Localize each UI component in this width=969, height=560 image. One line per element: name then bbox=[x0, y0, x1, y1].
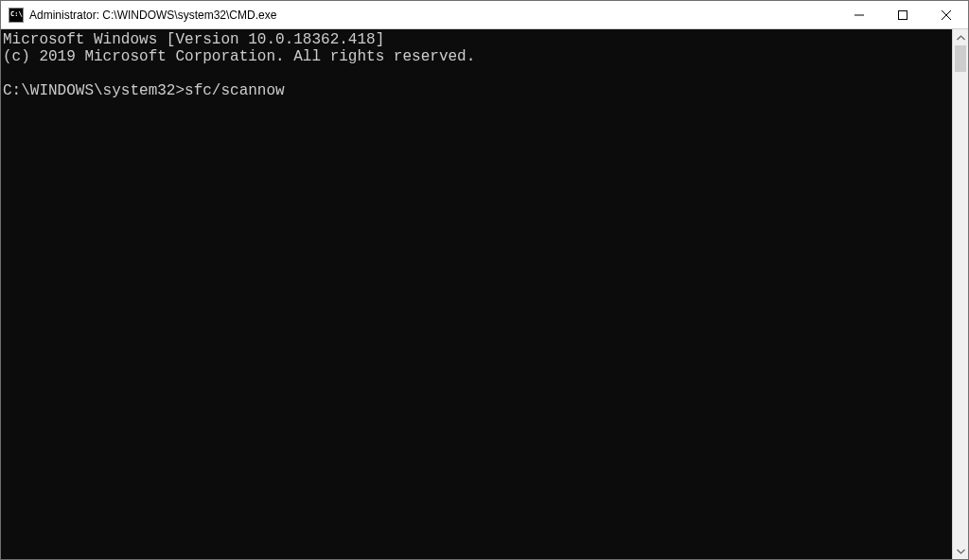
minimize-button[interactable] bbox=[837, 1, 881, 28]
terminal-line: (c) 2019 Microsoft Corporation. All righ… bbox=[3, 48, 475, 65]
cmd-window: C:\ Administrator: C:\WINDOWS\system32\C… bbox=[0, 0, 969, 560]
titlebar[interactable]: C:\ Administrator: C:\WINDOWS\system32\C… bbox=[1, 1, 968, 29]
cmd-icon: C:\ bbox=[9, 8, 24, 23]
window-controls bbox=[837, 1, 968, 28]
chevron-down-icon bbox=[957, 549, 965, 554]
minimize-icon bbox=[854, 10, 864, 20]
terminal-line: Microsoft Windows [Version 10.0.18362.41… bbox=[3, 31, 384, 48]
terminal-prompt: C:\WINDOWS\system32> bbox=[3, 82, 185, 99]
svg-text:C:\: C:\ bbox=[10, 10, 23, 18]
chevron-up-icon bbox=[957, 35, 965, 41]
vertical-scrollbar[interactable] bbox=[952, 29, 968, 559]
scroll-up-button[interactable] bbox=[953, 29, 968, 45]
scroll-track[interactable] bbox=[953, 45, 968, 543]
scroll-down-button[interactable] bbox=[953, 543, 968, 559]
window-title: Administrator: C:\WINDOWS\system32\CMD.e… bbox=[29, 9, 837, 22]
close-icon bbox=[942, 10, 951, 20]
terminal-command[interactable]: sfc/scannow bbox=[185, 82, 285, 99]
terminal-output[interactable]: Microsoft Windows [Version 10.0.18362.41… bbox=[1, 29, 952, 559]
svg-rect-4 bbox=[899, 10, 907, 19]
maximize-button[interactable] bbox=[881, 1, 925, 28]
scroll-thumb[interactable] bbox=[955, 45, 966, 72]
client-area: Microsoft Windows [Version 10.0.18362.41… bbox=[1, 29, 968, 559]
close-button[interactable] bbox=[925, 1, 968, 28]
maximize-icon bbox=[898, 10, 907, 20]
